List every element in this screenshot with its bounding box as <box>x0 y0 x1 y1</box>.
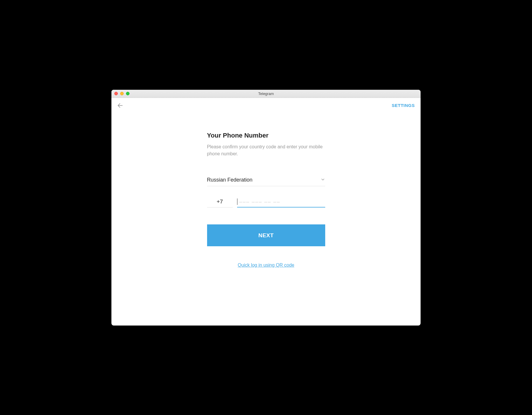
country-code-field[interactable]: +7 <box>207 198 233 207</box>
minimize-window-button[interactable] <box>120 92 124 95</box>
arrow-left-icon <box>117 102 123 109</box>
settings-link[interactable]: SETTINGS <box>392 103 415 108</box>
app-window: Telegram SETTINGS Your Phone Number Plea… <box>111 90 421 326</box>
topbar: SETTINGS <box>111 98 421 109</box>
traffic-lights <box>114 92 130 95</box>
next-button[interactable]: NEXT <box>207 224 325 246</box>
page-title: Your Phone Number <box>207 132 325 139</box>
window-title: Telegram <box>114 92 418 96</box>
phone-number-field[interactable]: ––– ––– –– –– <box>237 198 325 207</box>
country-name: Russian Federation <box>207 177 253 183</box>
chevron-down-icon <box>321 177 325 183</box>
login-form: Your Phone Number Please confirm your co… <box>207 132 325 268</box>
page-subtext: Please confirm your country code and ent… <box>207 143 325 158</box>
country-selector[interactable]: Russian Federation <box>207 177 325 186</box>
titlebar: Telegram <box>111 90 421 98</box>
phone-row: +7 ––– ––– –– –– <box>207 198 325 207</box>
close-window-button[interactable] <box>114 92 118 95</box>
back-button[interactable] <box>117 102 124 109</box>
maximize-window-button[interactable] <box>126 92 130 95</box>
qr-login-link[interactable]: Quick log in using QR code <box>207 263 325 268</box>
